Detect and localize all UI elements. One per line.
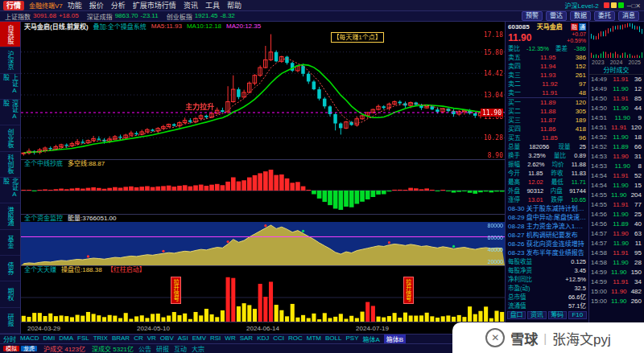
indicator-tab[interactable]: ASI — [178, 335, 188, 343]
indicator-tab[interactable]: 箱体B — [384, 335, 406, 343]
indicator-tab[interactable]: 箱体A — [363, 335, 380, 343]
indicator-tab[interactable]: EMV — [192, 335, 206, 343]
sidebar-item[interactable]: 创业板 — [0, 125, 20, 151]
moneyflow-panel[interactable]: 80000600004000020000 — [21, 222, 505, 265]
stock-name[interactable]: 天马金启 — [537, 23, 563, 31]
indicator-tab[interactable]: VR — [147, 335, 156, 343]
status-badge[interactable]: 龙虎 — [21, 346, 37, 351]
indicator-tab[interactable]: CR — [134, 335, 143, 343]
sidebar-item[interactable]: 自选股 — [0, 22, 20, 47]
menu-item[interactable]: 帮助 — [227, 0, 242, 10]
indicator-tab[interactable]: TRIX — [93, 335, 108, 343]
mini-index-chart[interactable] — [590, 23, 643, 58]
indicator-tab[interactable]: MTM — [307, 335, 321, 343]
status-link[interactable]: 互动 — [174, 344, 187, 353]
toolbar-button[interactable]: 雷达 — [546, 11, 567, 21]
indicator-tab[interactable]: BRAR — [112, 335, 130, 343]
index-quote[interactable]: 创业板指1921.45-8.32 — [167, 12, 235, 21]
stat-label: 现量 — [558, 142, 570, 151]
order-level-row[interactable]: 卖四11.94152 — [506, 62, 588, 71]
indicator-tab[interactable]: OBV — [160, 335, 174, 343]
order-level-row[interactable]: 买二11.88305 — [506, 107, 588, 116]
tape-title[interactable]: 分时成交 — [589, 67, 643, 75]
panel3-name[interactable]: 全个资金监控 — [24, 215, 63, 222]
menu-item[interactable]: 工具 — [205, 0, 220, 10]
indicator-tab[interactable]: DMA — [59, 335, 73, 343]
status-dot-icon — [611, 2, 617, 8]
tape-volume: 204 — [631, 191, 642, 200]
order-level-row[interactable]: 买三11.87189 — [506, 116, 588, 125]
moneyflow-canvas[interactable] — [21, 222, 505, 265]
tape-volume: 52 — [634, 171, 642, 181]
sidebar-item[interactable]: 深证A股 — [0, 100, 20, 125]
toolbar-button[interactable]: 消息 — [618, 11, 639, 21]
quote-tab[interactable]: F10 — [568, 311, 587, 319]
stat-row: 最高12.02最低11.71 — [506, 178, 588, 187]
indicator-tab[interactable]: 分时 — [3, 335, 16, 343]
close-button[interactable]: ✕ — [635, 2, 641, 10]
indicator-tab[interactable]: MACD — [20, 335, 39, 343]
menu-item[interactable]: 分析 — [111, 0, 126, 10]
status-link[interactable]: 公告 — [138, 344, 151, 353]
oscillator-canvas[interactable] — [21, 167, 505, 214]
menu-item[interactable]: 功能 — [68, 0, 82, 10]
news-link[interactable]: 08-27 机构调研纪要发布 — [506, 231, 588, 240]
order-level-row[interactable]: 买一11.89120 — [506, 98, 588, 107]
sidebar-item[interactable]: 期权 — [0, 281, 20, 307]
sidebar-item[interactable]: 沪深京 — [0, 47, 20, 73]
index-quote[interactable]: 上证指数3091.68+18.05 — [5, 12, 79, 21]
news-link[interactable]: 08-30 关于股东减持计划的公告 — [506, 204, 588, 213]
news-link[interactable]: 08-28 主力资金净流入1.2亿 — [506, 222, 588, 231]
menu-item[interactable]: 报价 — [89, 0, 104, 10]
indicator-tab[interactable]: WR — [225, 335, 235, 343]
signal-badge: 拉升信号 — [171, 277, 181, 304]
order-level-row[interactable]: 卖三11.93261 — [506, 71, 588, 80]
panel2-name[interactable]: 全个中线抄底 — [24, 160, 63, 167]
candlestick-panel[interactable]: 【每天赚1个点】 主力拉升 — [21, 31, 505, 159]
panel4-name[interactable]: 全个天天赚 — [24, 266, 56, 273]
news-link[interactable]: 08-23 发布半年度业绩报告 — [506, 248, 588, 257]
sidebar-item[interactable]: 港股通 — [0, 203, 20, 229]
indicator-tab[interactable]: ROC — [288, 335, 303, 343]
sidebar-item[interactable]: 上证A股 — [0, 74, 20, 100]
volume-canvas[interactable] — [21, 273, 505, 322]
candlestick-canvas[interactable] — [21, 31, 505, 159]
toolbar-button[interactable]: 数据 — [570, 11, 591, 21]
index-quote[interactable]: 深证成指9863.70-23.11 — [87, 12, 159, 21]
indicator-tab[interactable]: SAR — [240, 335, 253, 343]
order-level-row[interactable]: 买五11.8596 — [506, 133, 588, 142]
indicator-tab[interactable]: PSY — [346, 335, 359, 343]
indicator-tab[interactable]: RSI — [210, 335, 221, 343]
order-level-row[interactable]: 卖二11.9297 — [506, 80, 588, 88]
quote-tab[interactable]: 筹码 — [548, 311, 567, 319]
toolbar-button[interactable]: 委托 — [594, 11, 615, 21]
tape-row: 15:0011.90482 — [589, 287, 643, 297]
menu-item[interactable]: 扩展市场行情 — [133, 0, 176, 10]
news-link[interactable]: 08-29 盘中异动:尾盘快速拉升 — [506, 213, 588, 222]
volume-panel[interactable]: 拉升信号拉升信号 — [21, 273, 505, 322]
menu-item[interactable]: 资讯 — [184, 0, 198, 10]
quote-tab[interactable]: 盘口 — [507, 311, 526, 319]
status-link[interactable]: 研报 — [156, 344, 169, 353]
quote-tab[interactable]: 资讯 — [527, 311, 546, 319]
indicator-tab[interactable]: CCI — [273, 335, 284, 343]
tape-time: 14:55 — [591, 200, 607, 210]
indicator-tab[interactable]: BOLL — [325, 335, 341, 343]
toolbar-button[interactable]: 预警 — [522, 11, 543, 21]
sidebar-item[interactable]: 债券 — [0, 256, 20, 281]
sidebar-item[interactable]: 研报 — [0, 308, 20, 334]
news-link[interactable]: 08-26 获北向资金连续增持 — [506, 240, 588, 248]
chart-subtitle[interactable]: 叠加:全个操盘系统 — [93, 22, 147, 31]
tape-price: 11.90 — [613, 229, 628, 239]
indicator-tab[interactable]: DMI — [43, 335, 56, 343]
indicator-tab[interactable]: FSL — [77, 335, 89, 343]
order-level-row[interactable]: 卖五11.95386 — [506, 53, 588, 62]
order-level-row[interactable]: 买四11.86418 — [506, 125, 588, 133]
status-link[interactable]: 大宗 — [192, 344, 204, 353]
order-level-row[interactable]: 卖一11.9148 — [506, 88, 588, 97]
sidebar-item[interactable]: 基金 — [0, 230, 20, 256]
sidebar-item[interactable]: 北证A股 — [0, 178, 20, 203]
indicator-tab[interactable]: KDJ — [257, 335, 269, 343]
status-badge[interactable]: 模拟 — [3, 346, 19, 351]
sidebar-item[interactable]: 科创板 — [0, 152, 20, 178]
